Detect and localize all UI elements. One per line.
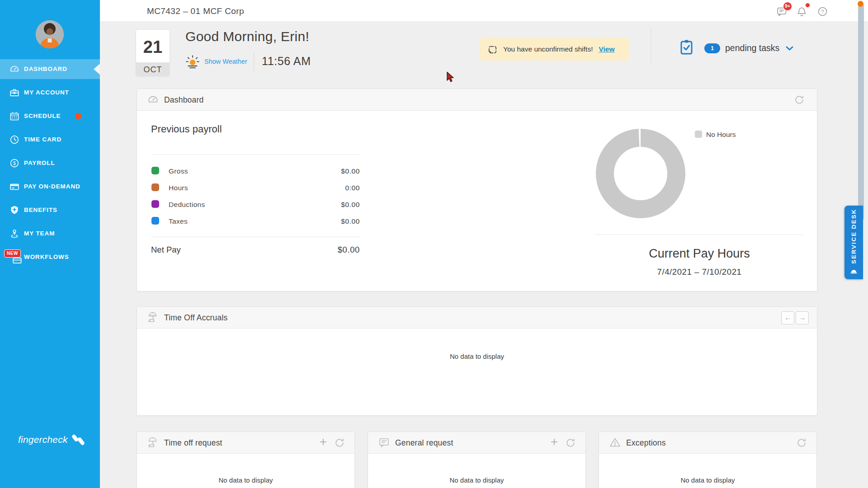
helmet-icon	[850, 268, 858, 274]
tasks-clipboard-icon[interactable]	[680, 39, 693, 55]
gross-swatch	[151, 167, 159, 174]
row-label: Taxes	[169, 217, 188, 225]
exceptions-card: Exceptions No data to display	[599, 432, 817, 488]
refresh-icon[interactable]	[334, 437, 345, 449]
scrollbar-thumb[interactable]	[858, 3, 864, 221]
exceptions-title: Exceptions	[626, 438, 666, 448]
general-request-title: General request	[395, 438, 453, 448]
row-value: $0.00	[341, 201, 360, 209]
divider	[595, 235, 804, 235]
service-desk-label: SERVICE DESK	[850, 209, 857, 264]
sidebar-item-payroll[interactable]: $ PAYROLL	[0, 153, 100, 173]
beach-umbrella-icon	[147, 436, 159, 449]
row-label: Deductions	[169, 201, 205, 209]
refresh-icon[interactable]	[796, 437, 807, 449]
show-weather-link[interactable]: Show Weather	[204, 58, 247, 65]
payroll-row-hours: Hours 0:00	[151, 183, 360, 192]
briefcase-icon	[9, 87, 20, 98]
fingercheck-logo: fingercheck	[18, 433, 85, 446]
empty-state-text: No data to display	[368, 476, 585, 484]
empty-state-text: No data to display	[599, 476, 816, 484]
payroll-net-row: Net Pay $0.00	[151, 245, 360, 256]
date-day: 21	[136, 30, 170, 62]
divider	[254, 52, 254, 71]
sidebar-item-label: DASHBOARD	[24, 66, 67, 72]
service-desk-tab[interactable]: SERVICE DESK	[844, 206, 863, 279]
dollar-circle-icon: $	[9, 158, 20, 169]
previous-payroll-title: Previous payroll	[151, 123, 222, 135]
sidebar-item-label: MY TEAM	[24, 230, 55, 237]
sidebar-item-label: WORKFLOWS	[24, 253, 69, 260]
current-time: 11:56 AM	[262, 55, 311, 68]
logo-mark-icon	[72, 433, 85, 446]
dashboard-card: Dashboard Previous payroll Gross $0.00 H…	[137, 89, 817, 291]
add-request-button[interactable]: +	[317, 435, 329, 449]
sidebar-item-my-account[interactable]: MY ACCOUNT	[0, 83, 100, 103]
user-avatar[interactable]	[36, 20, 64, 48]
messages-count-badge[interactable]: 9+	[783, 2, 792, 11]
next-arrow-button[interactable]: →	[796, 311, 809, 324]
svg-text:?: ?	[821, 9, 824, 14]
net-pay-label: Net Pay	[151, 245, 181, 255]
payroll-row-gross: Gross $0.00	[151, 167, 360, 176]
warning-icon	[609, 436, 621, 449]
general-request-header: General request +	[368, 432, 585, 454]
sidebar-item-label: SCHEDULE	[24, 113, 61, 119]
sidebar-item-dashboard[interactable]: DASHBOARD	[0, 59, 100, 79]
sidebar-item-label: PAYROLL	[24, 160, 55, 166]
divider	[651, 28, 651, 65]
avatar-image	[36, 20, 64, 48]
dashboard-card-header: Dashboard	[137, 89, 817, 111]
pending-tasks-count: 1	[704, 43, 720, 53]
gauge-icon	[147, 94, 159, 106]
banner-view-link[interactable]: View	[599, 45, 614, 53]
taxes-swatch	[151, 217, 159, 225]
row-value: 0:00	[345, 184, 360, 192]
time-off-request-header: Time off request +	[137, 432, 354, 454]
exceptions-header: Exceptions	[599, 432, 816, 454]
empty-state-text: No data to display	[137, 352, 817, 360]
scroll-alert-dot	[858, 1, 863, 7]
help-icon[interactable]: ?	[817, 6, 828, 17]
pay-period-range: 7/4/2021 – 7/10/2021	[595, 267, 804, 277]
general-request-card: General request + No data to display	[368, 432, 586, 488]
sidebar-item-label: PAY ON-DEMAND	[24, 183, 80, 190]
date-card: 21 OCT	[136, 29, 170, 76]
sidebar-item-pay-on-demand[interactable]: PAY ON-DEMAND	[0, 177, 100, 197]
new-badge: NEW	[4, 249, 21, 258]
pay-hours-donut-chart	[595, 128, 686, 219]
prev-arrow-button[interactable]: ←	[781, 311, 794, 324]
hours-swatch	[151, 183, 159, 191]
payroll-row-taxes: Taxes $0.00	[151, 217, 360, 226]
pending-tasks-label[interactable]: pending tasks	[725, 43, 779, 53]
no-hours-swatch	[695, 131, 702, 138]
sidebar-item-label: TIME CARD	[24, 136, 61, 143]
sidebar-item-schedule[interactable]: SCHEDULE	[0, 106, 100, 126]
refresh-icon[interactable]	[793, 94, 805, 106]
accruals-card-header: Time Off Accruals ← →	[137, 307, 817, 328]
top-bar: MC7432 – 01 MCF Corp 9+ ?	[100, 0, 868, 22]
beach-umbrella-icon	[147, 311, 159, 324]
weather-sun-icon	[184, 54, 201, 70]
time-off-request-title: Time off request	[164, 438, 222, 448]
dashboard-card-title: Dashboard	[164, 95, 203, 105]
sidebar-item-label: BENEFITS	[24, 206, 57, 213]
sidebar-item-time-card[interactable]: TIME CARD	[0, 130, 100, 150]
sidebar-item-workflows[interactable]: NEW WORKFLOWS	[0, 247, 100, 267]
add-request-button[interactable]: +	[548, 435, 560, 449]
refresh-icon[interactable]	[565, 437, 576, 449]
calendar-icon	[9, 111, 20, 122]
sidebar-item-benefits[interactable]: BENEFITS	[0, 200, 100, 220]
notifications-bell-icon[interactable]	[796, 6, 807, 17]
deductions-swatch	[151, 200, 159, 208]
divider	[151, 237, 360, 237]
divider	[151, 155, 360, 155]
gauge-icon	[9, 64, 20, 75]
date-month: OCT	[136, 62, 170, 76]
chevron-down-icon[interactable]	[785, 45, 794, 52]
time-off-request-card: Time off request + No data to display	[137, 432, 355, 488]
svg-text:$: $	[13, 160, 16, 166]
sidebar-item-my-team[interactable]: MY TEAM	[0, 224, 100, 244]
sidebar-item-label: MY ACCOUNT	[24, 89, 69, 96]
unconfirmed-shifts-banner: You have unconfirmed shifts! View	[480, 38, 629, 61]
